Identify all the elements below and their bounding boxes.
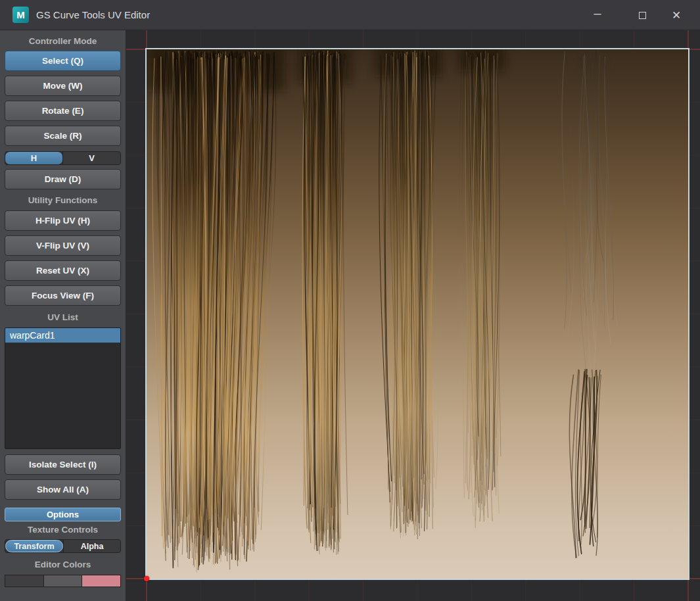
uv-origin-marker xyxy=(144,576,149,581)
uv-texture-shell[interactable] xyxy=(147,49,688,579)
section-uv-list: UV List xyxy=(5,312,121,323)
close-button[interactable]: ✕ xyxy=(661,0,691,30)
move-button[interactable]: Move (W) xyxy=(5,76,121,96)
uv-list-item[interactable]: warpCard1 xyxy=(5,328,120,343)
draw-button[interactable]: Draw (D) xyxy=(5,169,121,189)
hair-texture xyxy=(147,49,688,579)
section-controller-mode: Controller Mode xyxy=(5,36,121,47)
section-texture-controls: Texture Controls xyxy=(5,525,121,535)
section-editor-colors: Editor Colors xyxy=(5,560,121,570)
maximize-icon xyxy=(639,12,646,19)
show-all-button[interactable]: Show All (A) xyxy=(5,479,121,500)
h-toggle-button[interactable]: H xyxy=(5,152,62,164)
texture-controls-toggle: Transform Alpha xyxy=(5,539,121,553)
reset-uv-button[interactable]: Reset UV (X) xyxy=(5,260,121,281)
rotate-button[interactable]: Rotate (E) xyxy=(5,101,121,121)
isolate-select-button[interactable]: Isolate Select (I) xyxy=(5,454,121,475)
app-window: M GS Curve Tools UV Editor – ✕ Controlle… xyxy=(0,0,700,601)
uv-viewport[interactable] xyxy=(126,30,700,601)
h-flip-uv-button[interactable]: H-Flip UV (H) xyxy=(5,210,121,231)
editor-color-swatch-1[interactable] xyxy=(5,575,43,587)
alpha-tab-button[interactable]: Alpha xyxy=(63,540,120,552)
options-button[interactable]: Options xyxy=(5,508,121,521)
titlebar: M GS Curve Tools UV Editor – ✕ xyxy=(0,0,700,30)
uv-list[interactable]: warpCard1 xyxy=(5,327,121,449)
maya-icon: M xyxy=(12,7,29,23)
editor-color-swatch-3[interactable] xyxy=(82,575,120,587)
section-utility-functions: Utility Functions xyxy=(5,195,121,206)
v-flip-uv-button[interactable]: V-Flip UV (V) xyxy=(5,235,121,256)
sidebar: Controller Mode Select (Q) Move (W) Rota… xyxy=(0,30,126,601)
editor-color-swatch-2[interactable] xyxy=(43,575,82,587)
scale-button[interactable]: Scale (R) xyxy=(5,126,121,146)
v-toggle-button[interactable]: V xyxy=(62,152,120,164)
focus-view-button[interactable]: Focus View (F) xyxy=(5,285,121,306)
maximize-button[interactable] xyxy=(627,0,657,30)
transform-tab-button[interactable]: Transform xyxy=(5,540,63,552)
hv-toggle: H V xyxy=(5,151,121,165)
select-button[interactable]: Select (Q) xyxy=(5,51,121,71)
editor-colors-row xyxy=(5,575,121,587)
page-title: GS Curve Tools UV Editor xyxy=(36,9,150,20)
minimize-button[interactable]: – xyxy=(582,0,613,30)
